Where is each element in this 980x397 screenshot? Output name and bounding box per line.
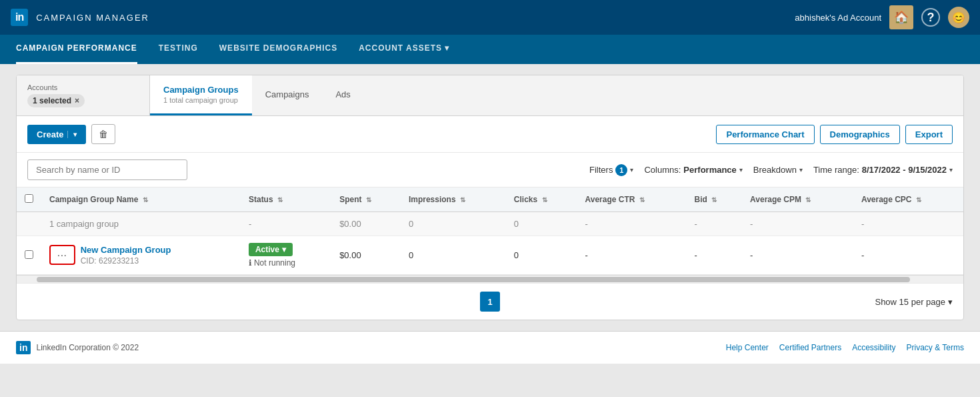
col-bid-label: Bid	[695, 195, 707, 204]
footer-link-help[interactable]: Help Center	[726, 343, 769, 352]
delete-icon: 🗑	[99, 129, 108, 139]
breakdown-arrow-icon: ▾	[799, 166, 803, 173]
summary-bid-cell: -	[687, 212, 743, 236]
col-header-spent[interactable]: Spent ⇅	[331, 187, 401, 212]
col-header-bid[interactable]: Bid ⇅	[687, 187, 743, 212]
accounts-chip[interactable]: 1 selected ×	[27, 94, 85, 107]
show-per-page-arrow-icon: ▾	[948, 297, 953, 307]
tab-ads[interactable]: Ads	[322, 75, 363, 115]
help-icon[interactable]: ?	[921, 8, 940, 27]
filter-row: Filters 1 ▾ Columns: Performance ▾ Break…	[17, 153, 963, 187]
summary-status-cell: -	[241, 212, 331, 236]
tab-campaign-groups[interactable]: Campaign Groups 1 total campaign group	[150, 75, 252, 115]
status-label: Active	[255, 245, 279, 254]
accounts-chip-text: 1 selected	[33, 96, 71, 105]
nav-account-assets-label: ACCOUNT ASSETS	[359, 43, 442, 53]
tab-ads-label: Ads	[335, 89, 350, 99]
export-button[interactable]: Export	[905, 125, 953, 144]
columns-value: Performance	[683, 165, 736, 175]
col-name-sort-icon: ⇅	[143, 196, 148, 204]
col-header-avg-cpc[interactable]: Average CPC ⇅	[853, 187, 963, 212]
performance-chart-button[interactable]: Performance Chart	[716, 125, 814, 144]
footer-link-accessibility[interactable]: Accessibility	[852, 343, 895, 352]
row-clicks-cell: 0	[506, 236, 577, 275]
row-checkbox-cell	[17, 236, 41, 275]
tab-campaigns[interactable]: Campaigns	[252, 75, 323, 115]
nav-website-demographics[interactable]: WEBSITE DEMOGRAPHICS	[219, 35, 337, 64]
col-header-impressions[interactable]: Impressions ⇅	[401, 187, 506, 212]
accounts-chip-close[interactable]: ×	[75, 96, 79, 105]
filters-count-badge: 1	[615, 164, 627, 176]
footer-logo: in	[16, 341, 31, 354]
filters-button[interactable]: Filters 1 ▾	[589, 164, 633, 176]
col-avg-cpc-label: Average CPC	[861, 195, 912, 204]
row-impressions-cell: 0	[401, 236, 506, 275]
account-assets-arrow-icon: ▾	[445, 43, 449, 53]
row-name-cell: ··· New Campaign GroupCID: 629233213	[41, 236, 241, 275]
account-avatar[interactable]: 🏠	[889, 5, 913, 29]
columns-button[interactable]: Columns: Performance ▾	[644, 165, 742, 175]
create-dropdown-arrow-icon: ▾	[67, 131, 77, 138]
time-range-arrow-icon: ▾	[949, 166, 953, 173]
create-button[interactable]: Create ▾	[27, 125, 86, 144]
row-avg-ctr-cell: -	[577, 236, 687, 275]
tab-campaign-groups-sub: 1 total campaign group	[163, 96, 239, 104]
demographics-button[interactable]: Demographics	[820, 125, 900, 144]
tabs-area: Accounts 1 selected × Campaign Groups 1 …	[17, 75, 963, 116]
summary-clicks-cell: 0	[506, 212, 577, 236]
time-range-button[interactable]: Time range: 8/17/2022 - 9/15/2022 ▾	[813, 165, 953, 175]
campaign-name-link[interactable]: New Campaign Group	[81, 245, 171, 255]
show-per-page-control[interactable]: Show 15 per page ▾	[875, 297, 953, 307]
nav-campaign-performance[interactable]: CAMPAIGN PERFORMANCE	[16, 35, 137, 64]
summary-avg-cpm-cell: -	[742, 212, 853, 236]
tab-campaign-groups-label: Campaign Groups	[163, 85, 239, 95]
app-title: CAMPAIGN MANAGER	[36, 13, 149, 23]
col-header-avg-ctr[interactable]: Average CTR ⇅	[577, 187, 687, 212]
filters-arrow-icon: ▾	[630, 166, 633, 173]
campaign-groups-table: Campaign Group Name ⇅ Status ⇅ Spent ⇅	[17, 187, 963, 275]
toolbar-right: Performance Chart Demographics Export	[716, 125, 953, 144]
toolbar-left: Create ▾ 🗑	[27, 124, 115, 144]
col-header-avg-cpm[interactable]: Average CPM ⇅	[742, 187, 853, 212]
not-running-status: ℹ Not running	[249, 258, 323, 268]
row-actions-button[interactable]: ···	[49, 245, 75, 265]
select-all-checkbox[interactable]	[25, 194, 33, 203]
status-active-badge[interactable]: Active ▾	[249, 243, 293, 256]
account-name: abhishek's Ad Account	[795, 13, 881, 23]
page-1-button[interactable]: 1	[480, 292, 500, 312]
summary-name-cell: 1 campaign group	[41, 212, 241, 236]
footer-link-privacy[interactable]: Privacy & Terms	[907, 343, 964, 352]
col-header-name[interactable]: Campaign Group Name ⇅	[41, 187, 241, 212]
col-header-status[interactable]: Status ⇅	[241, 187, 331, 212]
col-spent-label: Spent	[339, 195, 361, 204]
search-input[interactable]	[27, 159, 187, 180]
delete-button[interactable]: 🗑	[91, 124, 115, 144]
summary-impressions-cell: 0	[401, 212, 506, 236]
col-header-clicks[interactable]: Clicks ⇅	[506, 187, 577, 212]
linkedin-logo: in	[11, 9, 28, 26]
info-icon: ℹ	[249, 258, 252, 268]
col-clicks-sort-icon: ⇅	[542, 196, 547, 204]
table-header-row: Campaign Group Name ⇅ Status ⇅ Spent ⇅	[17, 187, 963, 212]
col-avg-ctr-sort-icon: ⇅	[639, 196, 645, 204]
campaign-cid: CID: 629233213	[81, 256, 171, 266]
nav-account-assets[interactable]: ACCOUNT ASSETS ▾	[359, 35, 449, 64]
row-avg-cpc-cell: -	[853, 236, 963, 275]
filter-right: Filters 1 ▾ Columns: Performance ▾ Break…	[589, 164, 953, 176]
col-avg-cpm-label: Average CPM	[750, 195, 801, 204]
nav-testing[interactable]: TESTING	[159, 35, 198, 64]
col-name-label: Campaign Group Name	[49, 195, 138, 204]
filters-label: Filters	[589, 165, 613, 175]
col-status-sort-icon: ⇅	[277, 196, 283, 204]
table-summary-row: 1 campaign group - $0.00 0 0 - - - -	[17, 212, 963, 236]
breakdown-button[interactable]: Breakdown ▾	[753, 165, 803, 175]
horizontal-scrollbar[interactable]	[17, 275, 963, 283]
footer-link-partners[interactable]: Certified Partners	[779, 343, 841, 352]
footer: in LinkedIn Corporation © 2022 Help Cent…	[0, 331, 980, 364]
nav-right: abhishek's Ad Account 🏠 ? 😊	[795, 5, 969, 29]
col-clicks-label: Clicks	[514, 195, 537, 204]
user-avatar[interactable]: 😊	[948, 7, 969, 28]
col-avg-cpc-sort-icon: ⇅	[916, 196, 921, 204]
row-checkbox[interactable]	[25, 250, 33, 259]
row-spent-cell: $0.00	[331, 236, 401, 275]
